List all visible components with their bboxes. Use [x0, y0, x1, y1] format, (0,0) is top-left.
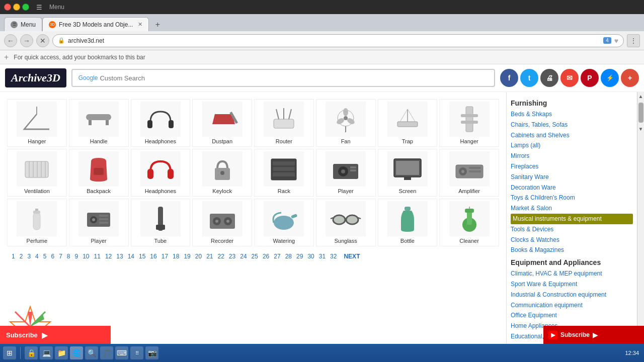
- sidebar-clocks[interactable]: Clocks & Watches: [511, 235, 633, 245]
- sidebar-chairs[interactable]: Chairs, Tables, Sofas: [511, 120, 633, 130]
- page-9[interactable]: 9: [73, 252, 80, 260]
- grid-item-cleaner[interactable]: Cleaner: [439, 199, 499, 246]
- tab-close-btn[interactable]: ✕: [138, 21, 142, 28]
- twitter-btn[interactable]: t: [520, 69, 538, 87]
- search-box[interactable]: Google: [71, 69, 495, 87]
- page-31[interactable]: 31: [317, 252, 327, 260]
- sidebar-office[interactable]: Office Equipment: [511, 310, 633, 321]
- email-btn[interactable]: ✉: [560, 69, 579, 87]
- close-btn[interactable]: [4, 4, 11, 11]
- next-page-btn[interactable]: NEXT: [344, 253, 360, 260]
- page-24[interactable]: 24: [238, 252, 248, 260]
- grid-item-dustpan[interactable]: Dustpan: [192, 99, 252, 147]
- sidebar-musical[interactable]: Musical instruments & equipment: [511, 214, 633, 224]
- sidebar-beds[interactable]: Beds & Shkaps: [511, 109, 633, 120]
- grid-item-backpack[interactable]: Backpack: [69, 149, 129, 197]
- grid-item-perfume[interactable]: Perfume: [7, 199, 67, 246]
- page-7[interactable]: 7: [57, 252, 64, 260]
- sidebar-decoration[interactable]: Decoration Ware: [511, 183, 633, 193]
- grid-item-player2[interactable]: Player: [69, 199, 129, 246]
- sidebar-toys[interactable]: Toys & Children's Room: [511, 193, 633, 203]
- facebook-btn[interactable]: f: [500, 69, 518, 87]
- grid-item-bottle[interactable]: Bottle: [378, 199, 438, 246]
- page-32[interactable]: 32: [329, 252, 338, 260]
- print-btn[interactable]: 🖨: [540, 69, 558, 87]
- scrollbar[interactable]: ▲ ▼: [637, 92, 644, 362]
- taskbar-dots-icon[interactable]: ⠿: [130, 346, 143, 359]
- page-16[interactable]: 16: [148, 252, 158, 260]
- page-4[interactable]: 4: [34, 252, 40, 260]
- grid-item-trap[interactable]: Trap: [378, 99, 438, 147]
- grid-item-sunglass[interactable]: Sunglass: [316, 199, 376, 246]
- sidebar-books[interactable]: Books & Magazines: [511, 245, 633, 255]
- page-29[interactable]: 29: [295, 252, 304, 260]
- page-20[interactable]: 20: [194, 252, 203, 260]
- sidebar-communication[interactable]: Communication equipment: [511, 300, 633, 311]
- sidebar-sport[interactable]: Sport Ware & Equipment: [511, 279, 633, 290]
- browser-menu[interactable]: ☰: [36, 4, 42, 11]
- page-3[interactable]: 3: [26, 252, 32, 260]
- grid-item-screen[interactable]: Screen: [378, 149, 438, 197]
- taskbar-lock-icon[interactable]: 🔒: [25, 346, 38, 359]
- pinterest-btn[interactable]: P: [581, 69, 599, 87]
- taskbar-browser-icon[interactable]: 🌐: [70, 346, 83, 359]
- taskbar-keyboard-icon[interactable]: ⌨: [115, 346, 128, 359]
- sidebar-mirrors[interactable]: Mirrors: [511, 151, 633, 161]
- page-23[interactable]: 23: [227, 252, 237, 260]
- sidebar-sanitary[interactable]: Sanitary Ware: [511, 172, 633, 183]
- add-bookmark-btn[interactable]: +: [4, 53, 9, 62]
- scroll-thumb[interactable]: [638, 103, 643, 123]
- messenger-btn[interactable]: ⚡: [601, 69, 619, 87]
- page-11[interactable]: 11: [93, 252, 102, 260]
- grid-item-fan[interactable]: Fan: [316, 99, 376, 147]
- page-10[interactable]: 10: [81, 252, 91, 260]
- page-28[interactable]: 28: [284, 252, 293, 260]
- sidebar-fireplaces[interactable]: Fireplaces: [511, 161, 633, 172]
- site-logo[interactable]: Archive3D: [5, 68, 66, 87]
- back-btn[interactable]: ←: [4, 34, 17, 47]
- reload-btn[interactable]: ✕: [36, 34, 49, 47]
- taskbar-search-icon[interactable]: 🔍: [85, 346, 98, 359]
- search-input[interactable]: [100, 74, 488, 82]
- page-17[interactable]: 17: [160, 252, 170, 260]
- page-26[interactable]: 26: [261, 252, 271, 260]
- grid-item-rack[interactable]: Rack: [254, 149, 314, 197]
- sidebar-market[interactable]: Market & Salon: [511, 203, 633, 214]
- grid-item-recorder[interactable]: Recorder: [192, 199, 252, 246]
- page-12[interactable]: 12: [104, 252, 113, 260]
- sidebar-climatic[interactable]: Climatic, HVAC & MEP equipment: [511, 268, 633, 279]
- page-1[interactable]: 1: [10, 252, 17, 260]
- tab-archive3d[interactable]: 3D Free 3D Models and Obje... ✕: [42, 17, 149, 31]
- scroll-up-arrow[interactable]: ▲: [637, 92, 644, 101]
- page-15[interactable]: 15: [137, 252, 147, 260]
- scroll-down-arrow[interactable]: ▼: [637, 125, 644, 133]
- grid-item-hanger1[interactable]: Hanger: [7, 99, 67, 147]
- page-22[interactable]: 22: [216, 252, 226, 260]
- page-13[interactable]: 13: [115, 252, 124, 260]
- address-bar[interactable]: 🔒 archive3d.net 4 ♥: [52, 34, 624, 47]
- sidebar-tools[interactable]: Tools & Devices: [511, 224, 633, 235]
- more-btn[interactable]: +: [621, 69, 639, 87]
- minimize-btn[interactable]: [13, 4, 20, 11]
- grid-item-ventilation[interactable]: Ventilation: [7, 149, 67, 197]
- taskbar-folder-icon[interactable]: 📁: [55, 346, 68, 359]
- grid-item-hanger2[interactable]: Hanger: [439, 99, 499, 147]
- start-btn[interactable]: ⊞: [3, 346, 16, 359]
- tab-menu[interactable]: ☰ Menu: [4, 17, 42, 31]
- grid-item-headphones2[interactable]: Headphones: [131, 149, 191, 197]
- page-19[interactable]: 19: [182, 252, 192, 260]
- page-14[interactable]: 14: [126, 252, 136, 260]
- page-25[interactable]: 25: [250, 252, 260, 260]
- settings-btn[interactable]: ⋮: [627, 34, 640, 47]
- page-30[interactable]: 30: [306, 252, 315, 260]
- grid-item-watering[interactable]: Watering: [254, 199, 314, 246]
- maximize-btn[interactable]: [22, 4, 29, 11]
- grid-item-router[interactable]: Router: [254, 99, 314, 147]
- sidebar-cabinets[interactable]: Cabinets and Shelves: [511, 130, 633, 141]
- grid-item-tube[interactable]: Tube: [131, 199, 191, 246]
- sidebar-industrial[interactable]: Industrial & Construction equipment: [511, 290, 633, 300]
- grid-item-handle[interactable]: Handle: [69, 99, 129, 147]
- page-21[interactable]: 21: [205, 252, 214, 260]
- page-27[interactable]: 27: [272, 252, 282, 260]
- page-8[interactable]: 8: [65, 252, 72, 260]
